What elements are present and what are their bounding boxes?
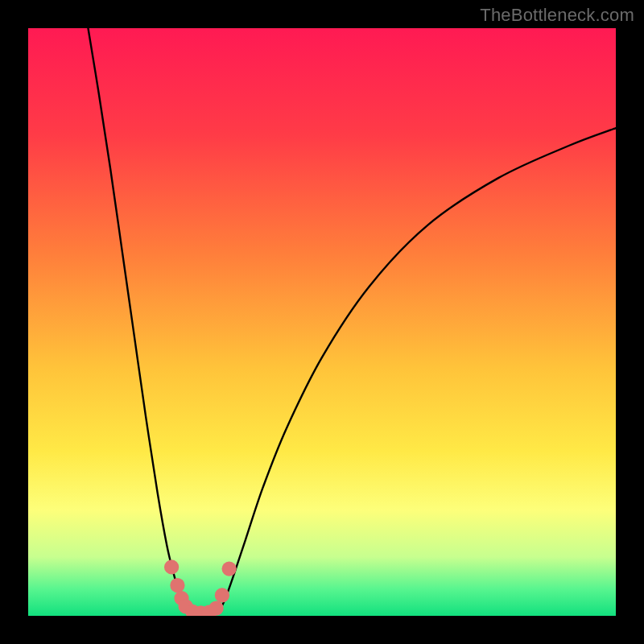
dip-marker [215,588,229,602]
dip-marker [164,559,179,574]
plot-area [28,28,616,616]
gradient-background [28,28,616,616]
chart-svg [28,28,616,616]
chart-frame: TheBottleneck.com [0,0,644,644]
dip-marker [208,601,223,615]
watermark-text: TheBottleneck.com [480,5,634,26]
dip-marker [170,578,184,592]
dip-marker [222,561,237,576]
